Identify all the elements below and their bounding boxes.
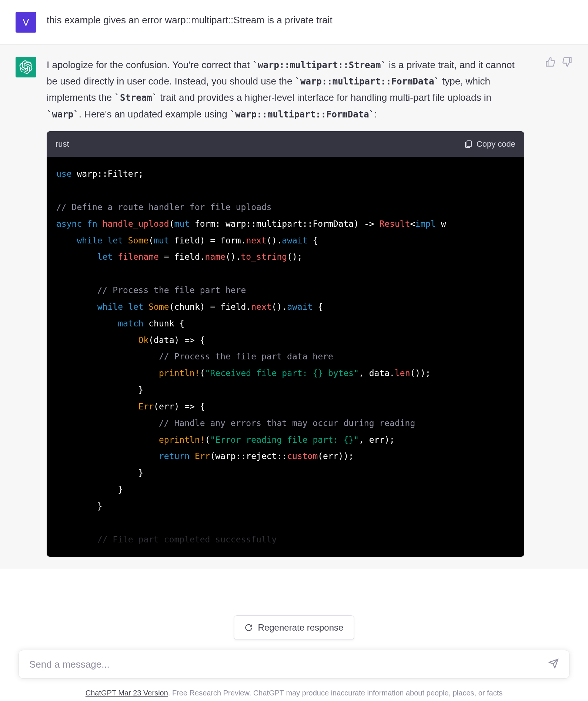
copy-code-label: Copy code: [477, 137, 515, 151]
user-message-text: this example gives an error warp::multip…: [47, 12, 524, 33]
thumbs-down-icon[interactable]: [562, 57, 572, 67]
inline-code: `Stream`: [115, 93, 158, 103]
clipboard-icon: [464, 139, 473, 148]
code-body[interactable]: use warp::Filter; // Define a route hand…: [47, 157, 524, 557]
user-message-row: V this example gives an error warp::mult…: [0, 0, 588, 45]
copy-code-button[interactable]: Copy code: [464, 137, 515, 151]
user-avatar: V: [16, 12, 36, 33]
code-lang-label: rust: [56, 137, 69, 151]
inline-code: `warp::multipart::Stream`: [253, 60, 386, 70]
inline-code: `warp::multipart::FormData`: [230, 109, 374, 120]
feedback-buttons: [545, 57, 572, 67]
assistant-message-row: I apologize for the confusion. You're co…: [0, 45, 588, 569]
code-block-header: rust Copy code: [47, 131, 524, 157]
thumbs-up-icon[interactable]: [545, 57, 555, 67]
inline-code: `warp`: [47, 109, 79, 120]
assistant-message-text: I apologize for the confusion. You're co…: [47, 57, 524, 557]
user-avatar-letter: V: [23, 17, 29, 28]
assistant-avatar: [16, 57, 36, 77]
code-block: rust Copy code use warp::Filter; // Defi…: [47, 131, 524, 557]
code-fade-overlay: [47, 505, 524, 557]
openai-logo-icon: [19, 60, 33, 74]
inline-code: `warp::multipart::FormData`: [295, 76, 440, 87]
svg-rect-0: [467, 141, 471, 147]
